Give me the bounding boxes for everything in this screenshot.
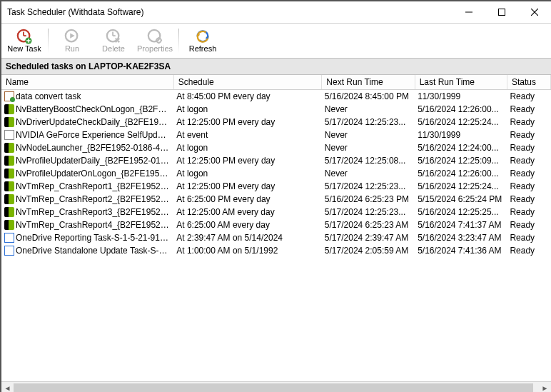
cell-name: NvTmRep_CrashReport4_{B2FE1952-018... xyxy=(1,218,173,231)
cell-name: NvBatteryBoostCheckOnLogon_{B2FE195... xyxy=(1,103,173,116)
task-grid[interactable]: Name Schedule Next Run Time Last Run Tim… xyxy=(1,75,551,381)
table-row[interactable]: NvTmRep_CrashReport3_{B2FE1952-018...At … xyxy=(1,206,551,218)
cell-next: 5/17/2024 12:25:23... xyxy=(322,206,415,218)
table-row[interactable]: OneDrive Standalone Update Task-S-1-5-..… xyxy=(1,244,551,257)
task-name: NvBatteryBoostCheckOnLogon_{B2FE195... xyxy=(16,104,173,114)
nv-icon xyxy=(4,156,14,166)
nv-icon xyxy=(4,143,14,153)
delete-button[interactable]: Delete xyxy=(93,26,133,56)
table-row[interactable]: data convert taskAt 8:45:00 PM every day… xyxy=(1,90,551,104)
task-name: NvProfileUpdaterDaily_{B2FE1952-0186-4..… xyxy=(16,156,173,166)
scroll-thumb[interactable] xyxy=(14,383,533,392)
minimize-button[interactable] xyxy=(453,1,485,23)
scroll-track[interactable] xyxy=(14,382,539,392)
table-row[interactable]: NvBatteryBoostCheckOnLogon_{B2FE195...At… xyxy=(1,103,551,116)
cell-next: 5/17/2024 6:25:23 AM xyxy=(322,218,415,231)
cell-last: 5/16/2024 12:25:25... xyxy=(415,206,507,218)
window-controls xyxy=(453,1,551,23)
cell-next: Never xyxy=(322,103,415,116)
task-name: NvTmRep_CrashReport4_{B2FE1952-018... xyxy=(16,220,173,230)
table-row[interactable]: NvDriverUpdateCheckDaily_{B2FE1952-0...A… xyxy=(1,116,551,129)
table-row[interactable]: NvNodeLauncher_{B2FE1952-0186-46C3-...At… xyxy=(1,141,551,154)
col-last[interactable]: Last Run Time xyxy=(415,75,507,90)
run-button[interactable]: Run xyxy=(52,26,92,56)
task-name: OneDrive Standalone Update Task-S-1-5-..… xyxy=(16,246,173,256)
toolbar: New Task Run Delete Properties xyxy=(1,24,551,59)
cell-status: Ready xyxy=(507,154,550,167)
cell-schedule: At 2:39:47 AM on 5/14/2024 xyxy=(173,231,322,244)
task-table: Name Schedule Next Run Time Last Run Tim… xyxy=(1,75,551,257)
horizontal-scrollbar[interactable]: ◄ ► xyxy=(1,381,551,392)
nv-icon xyxy=(4,117,14,127)
maximize-button[interactable] xyxy=(485,1,518,23)
properties-icon xyxy=(147,29,163,44)
table-row[interactable]: NvProfileUpdaterDaily_{B2FE1952-0186-4..… xyxy=(1,154,551,167)
table-row[interactable]: OneDrive Reporting Task-S-1-5-21-91240..… xyxy=(1,231,551,244)
cell-name: OneDrive Standalone Update Task-S-1-5-..… xyxy=(1,244,173,257)
task-name: NvDriverUpdateCheckDaily_{B2FE1952-0... xyxy=(16,117,173,127)
close-button[interactable] xyxy=(518,1,551,23)
task-name: NvTmRep_CrashReport3_{B2FE1952-018... xyxy=(16,207,173,217)
generic-icon xyxy=(4,130,14,140)
toolbar-separator xyxy=(178,29,179,53)
cell-last: 5/16/2024 7:41:36 AM xyxy=(415,244,507,257)
cell-status: Ready xyxy=(507,193,550,206)
cell-name: data convert task xyxy=(1,90,173,104)
cell-status: Ready xyxy=(507,244,550,257)
cell-next: Never xyxy=(322,167,415,180)
cell-name: OneDrive Reporting Task-S-1-5-21-91240..… xyxy=(1,231,173,244)
properties-button[interactable]: Properties xyxy=(135,26,175,56)
cell-next: 5/16/2024 8:45:00 PM xyxy=(322,90,415,104)
data-icon xyxy=(4,91,14,101)
maximize-icon xyxy=(498,9,505,16)
table-row[interactable]: NvTmRep_CrashReport1_{B2FE1952-018...At … xyxy=(1,180,551,193)
window-title: Task Scheduler (Withdata Software) xyxy=(1,7,453,17)
nv-icon xyxy=(4,169,14,179)
svg-point-17 xyxy=(148,30,161,42)
header-row: Name Schedule Next Run Time Last Run Tim… xyxy=(1,75,551,90)
cell-status: Ready xyxy=(507,141,550,154)
cell-status: Ready xyxy=(507,218,550,231)
table-row[interactable]: NvProfileUpdaterOnLogon_{B2FE1952-01...A… xyxy=(1,167,551,180)
cell-last: 5/16/2024 12:26:00... xyxy=(415,103,507,116)
task-name: data convert task xyxy=(16,91,81,101)
cell-schedule: At 1:00:00 AM on 5/1/1992 xyxy=(173,244,322,257)
cell-name: NvTmRep_CrashReport3_{B2FE1952-018... xyxy=(1,206,173,218)
cell-last: 5/16/2024 12:25:09... xyxy=(415,154,507,167)
nv-icon xyxy=(4,220,14,230)
table-row[interactable]: NvTmRep_CrashReport4_{B2FE1952-018...At … xyxy=(1,218,551,231)
table-row[interactable]: NvTmRep_CrashReport2_{B2FE1952-018...At … xyxy=(1,193,551,206)
new-task-button[interactable]: New Task xyxy=(4,26,44,56)
col-next[interactable]: Next Run Time xyxy=(322,75,415,90)
table-row[interactable]: NVIDIA GeForce Experience SelfUpdate_{..… xyxy=(1,129,551,141)
nv-icon xyxy=(4,104,14,114)
cell-last: 5/16/2024 12:25:24... xyxy=(415,116,507,129)
cell-schedule: At 12:25:00 PM every day xyxy=(173,154,322,167)
cell-last: 5/15/2024 6:25:24 PM xyxy=(415,193,507,206)
cell-next: 5/16/2024 6:25:23 PM xyxy=(322,193,415,206)
cell-name: NvProfileUpdaterOnLogon_{B2FE1952-01... xyxy=(1,167,173,180)
cell-status: Ready xyxy=(507,116,550,129)
nv-icon xyxy=(4,194,14,204)
task-name: NvNodeLauncher_{B2FE1952-0186-46C3-... xyxy=(16,143,173,153)
cell-status: Ready xyxy=(507,103,550,116)
cell-status: Ready xyxy=(507,129,550,141)
cell-last: 5/16/2024 7:41:37 AM xyxy=(415,218,507,231)
col-status[interactable]: Status xyxy=(507,75,550,90)
nv-icon xyxy=(4,207,14,217)
cell-status: Ready xyxy=(507,90,550,104)
cell-schedule: At 6:25:00 PM every day xyxy=(173,193,322,206)
scroll-right-button[interactable]: ► xyxy=(539,382,551,392)
od-icon xyxy=(4,233,14,243)
cell-next: 5/17/2024 12:25:08... xyxy=(322,154,415,167)
cell-last: 5/16/2024 12:25:24... xyxy=(415,180,507,193)
cell-name: NVIDIA GeForce Experience SelfUpdate_{..… xyxy=(1,129,173,141)
scroll-left-button[interactable]: ◄ xyxy=(1,382,14,392)
cell-next: Never xyxy=(322,129,415,141)
col-name[interactable]: Name xyxy=(1,75,173,90)
cell-schedule: At logon xyxy=(173,103,322,116)
caption-bar: Scheduled tasks on LAPTOP-KAE2F3SA xyxy=(1,59,551,75)
col-schedule[interactable]: Schedule xyxy=(173,75,322,90)
refresh-button[interactable]: Refresh xyxy=(183,26,223,56)
cell-schedule: At logon xyxy=(173,167,322,180)
